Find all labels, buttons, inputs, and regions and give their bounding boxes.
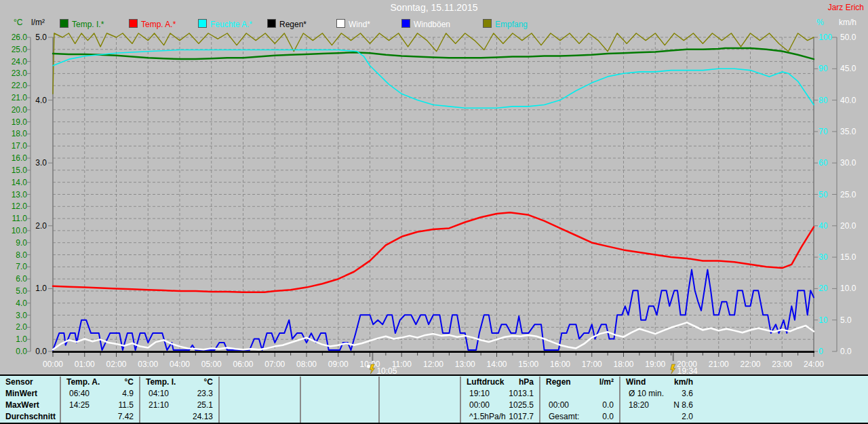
time-axis-label: 07:00	[264, 360, 285, 369]
temp-axis-tick-label: 5.0	[16, 286, 27, 296]
wind-axis-tick-label: 0.0	[840, 347, 852, 356]
rain-axis-tick-label: 4.0	[35, 96, 47, 105]
wind-axis-tick-label: 35.0	[840, 127, 856, 136]
stats-column-luftdruck: LuftdruckhPa19:101013.100:001025.5^1.5hP…	[460, 377, 539, 423]
stats-cell	[380, 411, 460, 423]
temp-axis-tick-label: 26.0	[12, 33, 28, 42]
stats-column-temp-a: Temp. A.°C06:404.914:2511.57.42	[60, 377, 139, 423]
cell-value: 0.0	[602, 400, 614, 411]
rain-axis-tick-label: 0.0	[35, 347, 47, 356]
marker-time-label: 19:34	[677, 366, 698, 374]
time-axis-label: 21:00	[709, 360, 729, 369]
stats-cell	[301, 400, 378, 411]
humidity-axis-tick-label: 60	[818, 158, 828, 168]
time-axis-label: 17:00	[582, 360, 602, 369]
stats-cell: 14:2511.5	[61, 400, 139, 411]
humidity-axis-tick-label: 10	[818, 315, 828, 325]
series-wind	[53, 322, 814, 349]
humidity-axis-tick-label: 90	[818, 64, 828, 73]
humidity-axis-tick-label: 0	[818, 347, 823, 356]
temp-axis-tick-label: 1.0	[16, 334, 27, 344]
humidity-axis-tick-label: 100	[818, 33, 832, 42]
temp-axis-tick-label: 3.0	[16, 311, 27, 320]
stats-cell: 21:1025.1	[140, 400, 218, 411]
stats-cell	[301, 411, 378, 423]
temp-axis-tick-label: 12.0	[12, 201, 28, 211]
stats-cell-header	[301, 377, 378, 388]
stats-cell-header: Temp. I.°C	[140, 377, 218, 388]
axis-labels: 0.01.02.03.04.05.06.07.08.09.010.011.012…	[12, 33, 856, 369]
sun-icon	[366, 364, 370, 368]
humidity-axis-tick-label: 80	[818, 96, 828, 105]
stats-row-headers: SensorMinWertMaxWertDurchschnitt	[0, 377, 60, 423]
stats-cell	[380, 400, 460, 411]
weather-chart-window: Sonntag, 15.11.2015 Jarz Erich °C l/m² %…	[0, 0, 868, 424]
stats-row-header: MaxWert	[5, 400, 39, 411]
cell-value: 2.0	[682, 411, 693, 423]
cell-value: 11.5	[119, 400, 134, 411]
cell-value: 24.13	[193, 411, 213, 423]
stats-cell	[220, 400, 300, 411]
stats-table: SensorMinWertMaxWertDurchschnittTemp. A.…	[0, 374, 868, 424]
stats-row-header: Sensor	[5, 377, 33, 388]
cell-time: ^1.5hPa/h	[469, 411, 506, 423]
stats-cell: Gesamt:0.0	[540, 411, 619, 423]
wind-axis-tick-label: 5.0	[840, 315, 852, 325]
wind-axis-tick-label: 20.0	[840, 221, 856, 231]
temp-axis-tick-label: 11.0	[12, 214, 28, 223]
stats-cell: Ø 10 min.3.6	[620, 388, 698, 400]
wind-axis-tick-label: 50.0	[840, 33, 856, 42]
time-axis-label: 22:00	[740, 360, 760, 369]
marker-time-label: 10:05	[376, 366, 397, 374]
wind-axis-tick-label: 45.0	[840, 64, 856, 73]
stats-cell: 06:404.9	[61, 388, 139, 400]
time-axis-label: 04:00	[170, 360, 190, 369]
stats-cell: 19:101013.1	[461, 388, 539, 400]
flash-icon	[671, 364, 675, 374]
cell-time: Temp. A.	[66, 377, 100, 388]
stats-cell	[540, 388, 619, 400]
cell-value: 1013.1	[509, 388, 534, 400]
stats-cell: 7.42	[61, 411, 139, 423]
cell-time: Luftdruck	[467, 377, 504, 388]
cell-value: l/m²	[599, 377, 614, 388]
stats-cell-header: Windkm/h	[620, 377, 698, 388]
rain-axis-tick-label: 5.0	[35, 33, 47, 42]
temp-axis-tick-label: 25.0	[12, 45, 28, 54]
temp-axis-tick-label: 10.0	[12, 226, 28, 235]
cell-value: 1025.5	[509, 400, 534, 411]
time-axis-label: 09:00	[328, 360, 349, 369]
cell-value: hPa	[519, 377, 534, 388]
cell-time: 06:40	[69, 388, 90, 400]
cell-time: 04:10	[149, 388, 169, 400]
cell-value: 1017.7	[509, 411, 534, 423]
temp-axis-tick-label: 6.0	[16, 274, 27, 284]
humidity-axis-tick-label: 50	[818, 190, 828, 199]
temp-axis-tick-label: 14.0	[12, 178, 28, 187]
stats-column-regen: Regenl/m²00:000.0Gesamt:0.0	[539, 377, 619, 423]
stats-cell-header	[380, 377, 460, 388]
temp-axis-tick-label: 8.0	[16, 250, 27, 260]
wind-axis-tick-label: 40.0	[840, 96, 856, 105]
stats-cell-header: Regenl/m²	[540, 377, 619, 388]
time-axis-label: 02:00	[106, 360, 126, 369]
cell-value: N 8.6	[673, 400, 693, 411]
temp-axis-tick-label: 18.0	[12, 129, 28, 138]
temp-axis-tick-label: 7.0	[16, 262, 27, 271]
stats-column-empty	[218, 377, 300, 423]
cell-value: 25.1	[197, 400, 213, 411]
stats-cell: 2.0	[620, 411, 698, 423]
time-axis-label: 06:00	[233, 360, 253, 369]
stats-row-header: Durchschnitt	[5, 411, 56, 423]
stats-cell: 18:20N 8.6	[620, 400, 698, 411]
stats-cell	[220, 411, 300, 423]
stats-column-wind: Windkm/hØ 10 min.3.618:20N 8.62.0	[619, 377, 868, 423]
stats-cell: 00:000.0	[540, 400, 619, 411]
time-axis-label: 05:00	[201, 360, 222, 369]
time-axis-label: 18:00	[613, 360, 633, 369]
stats-cell-header	[220, 377, 300, 388]
stats-cell	[220, 388, 300, 400]
temp-axis-tick-label: 24.0	[12, 57, 28, 66]
temp-axis-tick-label: 22.0	[12, 81, 28, 90]
cell-value: 4.9	[122, 388, 134, 400]
